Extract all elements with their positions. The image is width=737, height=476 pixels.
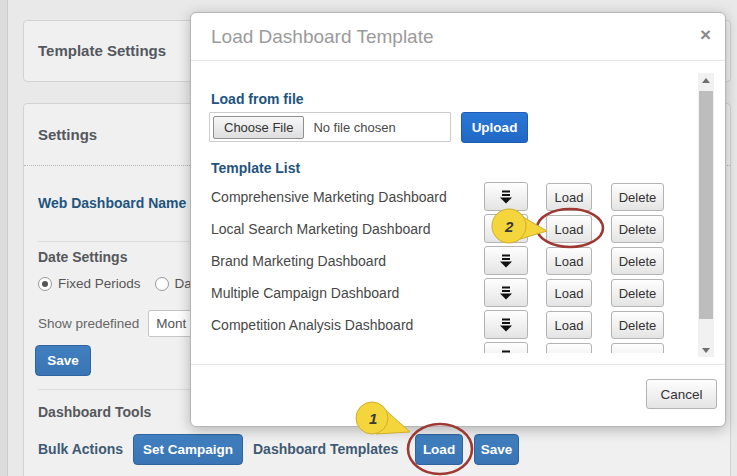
dashboard-tools-label: Dashboard Tools xyxy=(38,404,151,420)
upload-button[interactable]: Upload xyxy=(461,112,528,143)
load-template-button[interactable]: Load xyxy=(546,279,592,307)
template-row: Brand Marketing Dashboard Load Delete xyxy=(211,245,691,277)
download-icon xyxy=(499,286,513,300)
modal-footer: Cancel xyxy=(191,364,725,427)
settings-save-button[interactable]: Save xyxy=(35,345,91,376)
dashboard-templates-load-button[interactable]: Load xyxy=(415,434,463,465)
bulk-actions-label: Bulk Actions xyxy=(38,434,123,465)
scrollbar-thumb[interactable] xyxy=(699,91,713,319)
template-row xyxy=(211,341,691,353)
load-template-button[interactable]: Load xyxy=(546,311,592,339)
date-settings-radio-group: Fixed Periods Dat xyxy=(38,276,210,291)
load-dashboard-template-modal: Load Dashboard Template × Load from file… xyxy=(190,12,726,427)
choose-file-button[interactable]: Choose File xyxy=(213,116,304,139)
scroll-down-icon[interactable] xyxy=(698,343,714,357)
fixed-periods-label: Fixed Periods xyxy=(58,276,141,291)
download-icon xyxy=(499,190,513,204)
load-template-button[interactable]: Load xyxy=(546,183,592,211)
delete-template-button[interactable] xyxy=(611,343,664,353)
template-row: Multiple Campaign Dashboard Load Delete xyxy=(211,277,691,309)
scrollbar[interactable] xyxy=(698,73,714,357)
page-left-edge xyxy=(0,0,8,476)
date-settings-label: Date Settings xyxy=(38,249,127,265)
fixed-periods-radio[interactable] xyxy=(38,277,52,291)
delete-template-button[interactable]: Delete xyxy=(611,279,664,307)
template-name: Local Search Marketing Dashboard xyxy=(211,213,430,245)
load-from-file-label: Load from file xyxy=(211,91,304,107)
template-name: Comprehensive Marketing Dashboard xyxy=(211,181,447,213)
modal-title: Load Dashboard Template xyxy=(211,26,434,48)
template-row: Competition Analysis Dashboard Load Dele… xyxy=(211,309,691,341)
download-template-button[interactable] xyxy=(484,214,528,243)
template-row: Local Search Marketing Dashboard Load De… xyxy=(211,213,691,245)
download-template-button[interactable] xyxy=(484,278,528,307)
delete-template-button[interactable]: Delete xyxy=(611,247,664,275)
web-dashboard-name-label: Web Dashboard Name xyxy=(38,195,186,211)
download-icon xyxy=(499,350,513,354)
download-template-button[interactable] xyxy=(484,310,528,339)
delete-template-button[interactable]: Delete xyxy=(611,183,664,211)
dashboard-templates-label: Dashboard Templates xyxy=(253,434,398,465)
show-predefined-label: Show predefined xyxy=(38,316,139,331)
download-template-button[interactable] xyxy=(484,342,528,353)
template-name: Brand Marketing Dashboard xyxy=(211,245,386,277)
close-icon[interactable]: × xyxy=(700,24,711,46)
dashboard-tools-row: Bulk Actions Set Campaign Dashboard Temp… xyxy=(38,434,720,465)
file-input[interactable]: Choose File No file chosen xyxy=(209,112,451,142)
delete-template-button[interactable]: Delete xyxy=(611,215,664,243)
download-icon xyxy=(499,254,513,268)
template-list: Comprehensive Marketing Dashboard Load D… xyxy=(211,181,691,353)
delete-template-button[interactable]: Delete xyxy=(611,311,664,339)
file-status-text: No file chosen xyxy=(313,120,395,135)
set-campaign-button[interactable]: Set Campaign xyxy=(133,434,243,465)
template-name: Multiple Campaign Dashboard xyxy=(211,277,399,309)
load-template-button[interactable]: Load xyxy=(546,215,592,243)
template-list-label: Template List xyxy=(211,160,300,176)
download-template-button[interactable] xyxy=(484,246,528,275)
download-template-button[interactable] xyxy=(484,182,528,211)
template-name: Competition Analysis Dashboard xyxy=(211,309,413,341)
download-icon xyxy=(499,318,513,332)
template-row: Comprehensive Marketing Dashboard Load D… xyxy=(211,181,691,213)
load-template-button[interactable]: Load xyxy=(546,247,592,275)
show-predefined-row: Show predefined Mont xyxy=(38,310,210,337)
scroll-up-icon[interactable] xyxy=(698,73,714,87)
date-range-radio[interactable] xyxy=(155,277,169,291)
cancel-button[interactable]: Cancel xyxy=(646,379,717,409)
load-template-button[interactable] xyxy=(546,343,592,353)
modal-header: Load Dashboard Template × xyxy=(191,13,725,61)
download-icon xyxy=(499,222,513,236)
dashboard-templates-save-button[interactable]: Save xyxy=(474,434,519,465)
